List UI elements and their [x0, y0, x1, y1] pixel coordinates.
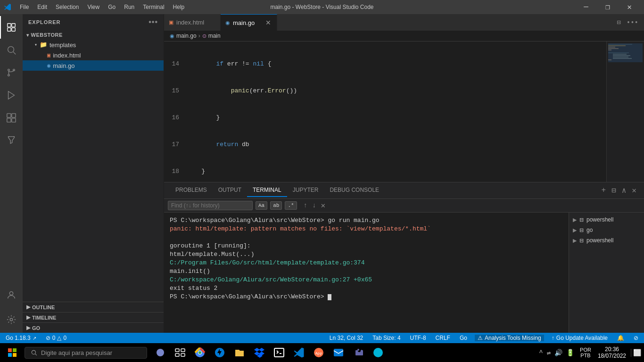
- tray-battery[interactable]: 🔋: [565, 349, 575, 357]
- account-icon[interactable]: [0, 284, 23, 306]
- panel-tab-output[interactable]: OUTPUT: [213, 184, 247, 197]
- task-icon-vscode[interactable]: [289, 343, 308, 362]
- project-section[interactable]: ▾ WEBSTORE: [23, 30, 164, 40]
- task-icon-app8[interactable]: App: [309, 343, 328, 362]
- show-desktop-button[interactable]: ⬜: [631, 349, 642, 357]
- panel-tab-problems[interactable]: PROBLEMS: [170, 184, 213, 197]
- terminal-content[interactable]: PS C:\workspace\Golang\Alura\src\WebStor…: [164, 213, 569, 333]
- find-prev-button[interactable]: ↑: [302, 201, 309, 210]
- task-icon-chrome[interactable]: [190, 343, 209, 362]
- breadcrumb-symbol[interactable]: ⊙ main: [202, 33, 221, 39]
- svg-rect-20: [13, 353, 17, 357]
- panel-tab-terminal[interactable]: TERMINAL: [247, 184, 287, 197]
- find-match-case[interactable]: Aa: [256, 201, 267, 210]
- system-clock[interactable]: 20:36 18/07/2022: [594, 346, 630, 359]
- terminal-instance-powershell-1[interactable]: ▶ ⊟ powershell: [569, 214, 644, 225]
- activity-bar: [0, 14, 23, 333]
- analysis-warning-label: Analysis Tools Missing: [485, 335, 541, 341]
- system-tray: ^ ⇌ 🔊 🔋: [536, 349, 577, 357]
- line-num-15: 15: [172, 86, 187, 95]
- sidebar-more-button[interactable]: •••: [149, 18, 158, 26]
- tray-network[interactable]: ⇌: [546, 349, 552, 357]
- status-analysis-warning[interactable]: ⚠ Analysis Tools Missing: [475, 335, 544, 341]
- status-encoding[interactable]: UTF-8: [408, 335, 428, 341]
- code-editor[interactable]: 14 if err != nil { 15 panic(err.Error())…: [164, 41, 606, 182]
- file-label-index: index.html: [53, 52, 81, 59]
- terminal-find-input[interactable]: [168, 201, 253, 210]
- status-tab-size[interactable]: Tab Size: 4: [371, 335, 402, 341]
- new-terminal-button[interactable]: +: [599, 185, 608, 196]
- activity-source-control[interactable]: [0, 61, 23, 84]
- task-icon-edge[interactable]: [210, 343, 229, 362]
- find-next-button[interactable]: ↓: [310, 201, 318, 210]
- menu-terminal[interactable]: Terminal: [139, 2, 168, 12]
- tray-volume[interactable]: 🔊: [553, 349, 563, 357]
- tab-icon-go: ◉: [225, 20, 230, 26]
- task-icon-dropbox[interactable]: [250, 343, 269, 362]
- outline-header[interactable]: ▶ OUTLINE: [23, 302, 164, 312]
- activity-extensions[interactable]: [0, 107, 23, 129]
- menu-go[interactable]: Go: [104, 2, 119, 12]
- status-go-version[interactable]: Go 1.18.3 ↗: [4, 335, 38, 341]
- status-language[interactable]: Go: [458, 335, 469, 341]
- task-icon-teams[interactable]: [349, 343, 368, 362]
- menu-view[interactable]: View: [83, 2, 103, 12]
- tab-close-main-go[interactable]: ✕: [264, 19, 272, 26]
- menu-help[interactable]: Help: [169, 2, 189, 12]
- outline-arrow: ▶: [26, 304, 30, 310]
- task-icon-terminal[interactable]: [270, 343, 289, 362]
- tree-file-index-html[interactable]: ▣ index.html: [23, 50, 164, 60]
- status-go-update[interactable]: ↑ Go Update Available: [550, 335, 610, 341]
- menu-file[interactable]: File: [16, 2, 33, 12]
- terminal-instance-go[interactable]: ▶ ⊟ go: [569, 225, 644, 235]
- find-regex[interactable]: .*: [285, 201, 297, 210]
- activity-search[interactable]: [0, 39, 23, 61]
- menu-selection[interactable]: Selection: [52, 2, 83, 12]
- panel-tab-jupyter[interactable]: JUPYTER: [287, 184, 324, 197]
- activity-run-debug[interactable]: [0, 84, 23, 107]
- sidebar-title: Explorer: [28, 19, 61, 25]
- status-line-ending[interactable]: CRLF: [434, 335, 452, 341]
- status-notifications[interactable]: 🔔: [615, 335, 626, 341]
- task-icon-cortana[interactable]: [151, 343, 170, 362]
- terminal-instance-powershell-2[interactable]: ▶ ⊟ powershell: [569, 235, 644, 246]
- task-icon-outlook[interactable]: [329, 343, 348, 362]
- menu-run[interactable]: Run: [120, 2, 138, 12]
- maximize-panel-button[interactable]: ∧: [620, 185, 628, 196]
- tree-folder-templates[interactable]: ▾ 📁 templates: [23, 40, 164, 50]
- tree-file-main-go[interactable]: ◉ main.go: [23, 60, 164, 71]
- task-icon-taskview[interactable]: [171, 343, 190, 362]
- code-content[interactable]: 14 if err != nil { 15 panic(err.Error())…: [164, 41, 606, 182]
- close-panel-button[interactable]: ✕: [630, 185, 638, 196]
- go-header[interactable]: ▶ GO: [23, 323, 164, 333]
- split-editor-button[interactable]: ⊟: [615, 18, 622, 26]
- status-errors[interactable]: ⊘ 0 △ 0: [44, 335, 68, 341]
- outline-section: ▶ OUTLINE: [23, 302, 164, 312]
- task-icon-app11[interactable]: [369, 343, 388, 362]
- task-icon-explorer[interactable]: [230, 343, 249, 362]
- tab-index-html[interactable]: ▣ index.html: [164, 14, 221, 31]
- tab-main-go[interactable]: ◉ main.go ✕: [221, 14, 277, 31]
- taskbar-search-box[interactable]: Digite aqui para pesquisar: [25, 347, 147, 359]
- status-cursor-position[interactable]: Ln 32, Col 32: [328, 335, 365, 341]
- tray-arrow[interactable]: ^: [538, 349, 544, 356]
- tab-bar: ▣ index.html ◉ main.go ✕ ⊟ •••: [164, 14, 644, 31]
- breadcrumb-file[interactable]: ◉ main.go: [170, 33, 197, 39]
- find-whole-word[interactable]: ab: [270, 201, 282, 210]
- split-terminal-button[interactable]: ⊟: [610, 185, 618, 196]
- panel-tab-debug[interactable]: DEBUG CONSOLE: [324, 184, 385, 197]
- status-right: Ln 32, Col 32 Tab Size: 4 UTF-8 CRLF Go …: [328, 335, 640, 341]
- activity-explorer[interactable]: [0, 16, 23, 39]
- settings-icon[interactable]: [0, 308, 23, 331]
- start-button[interactable]: [2, 343, 23, 362]
- close-button[interactable]: ✕: [619, 0, 640, 14]
- menu-edit[interactable]: Edit: [33, 2, 51, 12]
- activity-testing[interactable]: [0, 129, 23, 152]
- minimize-button[interactable]: —: [575, 0, 597, 14]
- timeline-header[interactable]: ▶ TIMELINE: [23, 313, 164, 322]
- restore-button[interactable]: ❒: [597, 0, 619, 14]
- find-close-button[interactable]: ✕: [321, 201, 325, 210]
- language-indicator[interactable]: POR PTB: [578, 347, 593, 358]
- status-no-issues[interactable]: ⊘: [632, 335, 640, 341]
- more-actions-button[interactable]: •••: [625, 19, 640, 26]
